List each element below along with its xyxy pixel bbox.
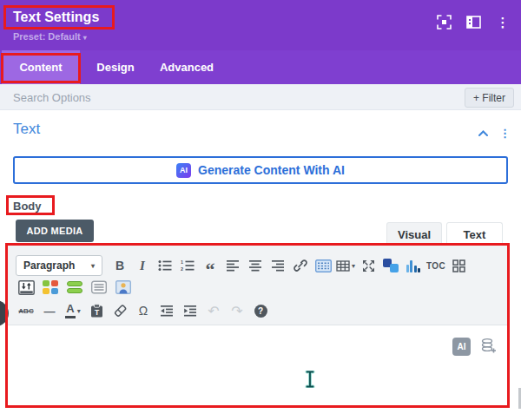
read-more-icon[interactable]: [313, 255, 333, 276]
tab-design[interactable]: Design: [90, 50, 141, 84]
dynamic-content-icon[interactable]: [480, 338, 497, 358]
help-glyph: ?: [254, 305, 267, 318]
color-grid-icon[interactable]: [40, 277, 61, 298]
chart-bars: [406, 259, 421, 272]
horizontal-rule-icon[interactable]: —: [39, 300, 60, 321]
paragraph-select[interactable]: Paragraph ▾: [16, 255, 102, 276]
bullet-list-icon[interactable]: [155, 255, 175, 276]
svg-text:T: T: [94, 308, 99, 317]
indent-icon[interactable]: [180, 300, 201, 321]
blockquote-icon[interactable]: “: [200, 259, 221, 280]
generate-ai-label: Generate Content With AI: [198, 163, 345, 177]
translate-icon[interactable]: [380, 255, 401, 276]
fullscreen-icon[interactable]: [358, 255, 379, 276]
text-settings-modal: Text Settings Preset: Default▾ ⋮: [0, 0, 521, 420]
link-icon[interactable]: [290, 255, 311, 276]
color-grid-shapes: [43, 280, 58, 294]
editor-content-area[interactable]: AI: [8, 325, 507, 405]
align-center-icon[interactable]: [245, 255, 266, 276]
svg-text:2: 2: [181, 266, 183, 272]
generate-ai-button[interactable]: AI Generate Content With AI: [13, 156, 508, 184]
table-icon[interactable]: ▾: [335, 255, 356, 276]
layout-grid-icon[interactable]: [448, 255, 469, 276]
text-color-letter: A: [65, 303, 75, 318]
text-cursor-ibeam: [304, 371, 316, 391]
import-export-icon[interactable]: [16, 277, 36, 298]
preset-selector[interactable]: Preset: Default▾: [13, 31, 87, 42]
caret-down-icon: ▾: [77, 307, 81, 315]
notepad-icon[interactable]: [89, 277, 109, 298]
modal-header: Text Settings Preset: Default▾ ⋮: [0, 0, 521, 50]
paragraph-select-label: Paragraph: [23, 259, 75, 272]
help-icon[interactable]: ?: [250, 300, 271, 321]
text-color-icon[interactable]: A ▾: [63, 300, 83, 321]
redo-icon[interactable]: ↷: [227, 300, 247, 321]
undo-icon[interactable]: ↶: [203, 300, 224, 321]
section-title: Text: [13, 121, 40, 138]
caret-down-icon: ▾: [352, 262, 355, 270]
add-media-button[interactable]: ADD MEDIA: [16, 220, 94, 242]
search-options-bar[interactable]: Search Options + Filter: [0, 84, 521, 110]
align-right-icon[interactable]: [267, 255, 288, 276]
translate-shapes: [383, 259, 399, 272]
green-bars-icon[interactable]: [64, 277, 85, 298]
focus-icon[interactable]: [436, 14, 452, 30]
bold-icon[interactable]: B: [109, 255, 130, 276]
svg-text:1: 1: [181, 259, 183, 265]
toc-icon[interactable]: TOC: [425, 255, 446, 276]
preset-label: Preset: Default: [13, 31, 81, 42]
caret-down-icon: ▾: [91, 262, 95, 270]
settings-tabbar: Content Design Advanced: [0, 50, 521, 84]
editor-tab-text[interactable]: Text: [446, 222, 503, 246]
section-menu-icon[interactable]: ⋮: [499, 128, 511, 139]
special-character-icon[interactable]: Ω: [133, 300, 154, 321]
tab-advanced[interactable]: Advanced: [156, 50, 217, 84]
ai-badge-icon[interactable]: AI: [452, 338, 471, 356]
strikethrough-icon[interactable]: ABC: [16, 300, 36, 321]
caret-down-icon: ▾: [83, 34, 87, 42]
green-bars-shapes: [67, 281, 82, 293]
bar-chart-icon[interactable]: [403, 255, 424, 276]
editor-toolbar: Paragraph ▾ B I 12 “: [8, 246, 507, 325]
numbered-list-icon[interactable]: 12: [177, 255, 198, 276]
ai-gradient-icon: AI: [176, 163, 191, 178]
body-field-label: Body: [13, 200, 42, 213]
tab-content[interactable]: Content: [2, 50, 80, 84]
panel-icon[interactable]: [465, 14, 481, 30]
chevron-up-icon[interactable]: [478, 125, 489, 141]
paste-as-text-icon[interactable]: T: [86, 300, 107, 321]
align-left-icon[interactable]: [222, 255, 243, 276]
search-input[interactable]: Search Options: [13, 91, 91, 104]
clear-formatting-icon[interactable]: [109, 300, 130, 321]
outdent-icon[interactable]: [156, 300, 177, 321]
italic-icon[interactable]: I: [132, 255, 153, 276]
filter-button[interactable]: + Filter: [465, 88, 514, 108]
user-icon[interactable]: [113, 277, 134, 298]
more-icon[interactable]: ⋮: [495, 14, 511, 30]
editor-tab-visual[interactable]: Visual: [386, 222, 442, 246]
page-title: Text Settings: [13, 10, 99, 25]
